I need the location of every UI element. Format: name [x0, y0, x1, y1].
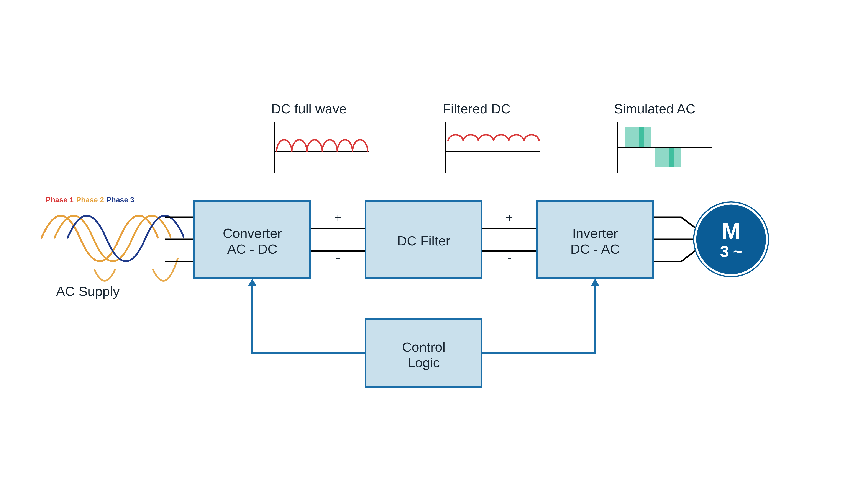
- control-line2: Logic: [408, 355, 440, 370]
- motor-m: M: [721, 218, 740, 244]
- plus-2: +: [506, 210, 513, 225]
- vfd-block-diagram: DC full wave Filtered DC Simulated AC Ph…: [0, 0, 868, 488]
- wire-filter-to-inverter: [482, 228, 537, 251]
- phase1-label: Phase 1: [46, 196, 74, 204]
- phase2-label: Phase 2: [76, 196, 104, 204]
- icon-dc-full-wave: [274, 123, 369, 173]
- inverter-line1: Inverter: [572, 226, 618, 241]
- three-phase-waveform-icon: [37, 208, 184, 269]
- wire-supply-to-converter: [165, 217, 194, 261]
- wire-converter-to-filter: [310, 228, 366, 251]
- motor-icon: M 3 ~: [693, 201, 769, 277]
- icon-filtered-dc: [446, 123, 540, 173]
- label-filtered-dc: Filtered DC: [442, 101, 511, 116]
- svg-marker-21: [591, 279, 599, 286]
- minus-2: -: [507, 250, 512, 264]
- control-line1: Control: [402, 339, 445, 354]
- plus-1: +: [334, 210, 342, 225]
- inverter-line2: DC - AC: [570, 241, 620, 257]
- motor-sub: 3 ~: [720, 243, 742, 260]
- control-arrow-left: [248, 279, 366, 353]
- phase3-label: Phase 3: [106, 196, 134, 204]
- converter-line1: Converter: [223, 226, 282, 241]
- label-simulated-ac: Simulated AC: [614, 101, 695, 116]
- svg-rect-8: [655, 148, 681, 167]
- svg-rect-9: [669, 148, 674, 167]
- svg-rect-6: [625, 128, 651, 147]
- minus-1: -: [336, 250, 340, 264]
- svg-rect-7: [639, 128, 644, 147]
- svg-marker-20: [248, 279, 257, 286]
- label-ac-supply: AC Supply: [56, 284, 120, 299]
- converter-line2: AC - DC: [227, 241, 277, 257]
- label-dc-full-wave: DC full wave: [271, 101, 347, 116]
- control-arrow-right: [482, 279, 599, 353]
- dcfilter-label: DC Filter: [397, 233, 451, 248]
- wire-inverter-to-motor: [653, 217, 696, 261]
- icon-simulated-ac: [617, 123, 712, 173]
